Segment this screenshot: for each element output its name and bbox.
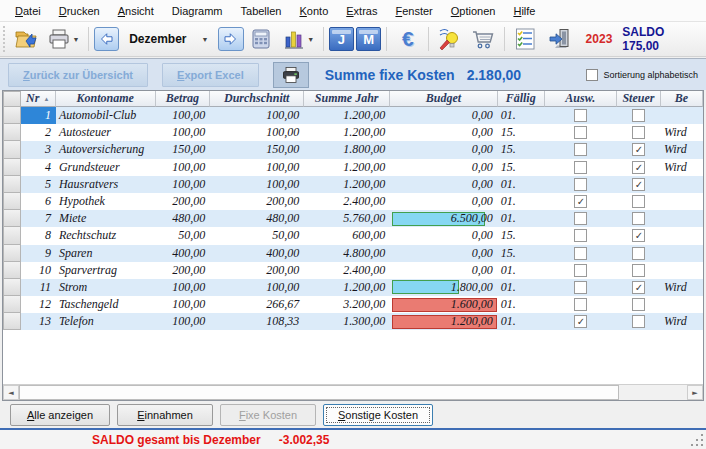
cell-faellig[interactable]: 15. <box>498 124 545 141</box>
row-selector[interactable] <box>3 296 21 313</box>
calculator-button[interactable] <box>246 24 277 54</box>
cell-nr[interactable]: 10 <box>21 262 56 279</box>
cell-kontoname[interactable]: Taschengeld <box>56 296 156 313</box>
euro-button[interactable]: € <box>392 24 423 54</box>
cell-ausw[interactable] <box>545 107 617 124</box>
cell-bemerkung[interactable] <box>661 107 703 124</box>
cell-bemerkung[interactable] <box>661 262 703 279</box>
month-view-button[interactable]: M <box>356 27 381 51</box>
steuer-checkbox[interactable] <box>632 315 645 328</box>
steuer-checkbox[interactable]: ✓ <box>632 161 645 174</box>
cell-nr[interactable]: 11 <box>21 279 56 296</box>
cell-summe_jahr[interactable]: 600,00 <box>304 227 390 244</box>
cell-betrag[interactable]: 100,00 <box>156 176 211 193</box>
ausw-checkbox[interactable] <box>574 264 587 277</box>
cell-ausw[interactable] <box>545 262 617 279</box>
cell-durchschnitt[interactable]: 100,00 <box>210 159 304 176</box>
cell-budget[interactable]: 1.800,00 <box>390 279 498 296</box>
row-selector[interactable] <box>3 279 21 296</box>
cell-kontoname[interactable]: Hausratvers <box>56 176 156 193</box>
cell-summe_jahr[interactable]: 4.800,00 <box>304 245 390 262</box>
cell-nr[interactable]: 2 <box>21 124 56 141</box>
cell-kontoname[interactable]: Autosteuer <box>56 124 156 141</box>
print-table-button[interactable] <box>273 62 309 88</box>
ausw-checkbox[interactable] <box>574 298 587 311</box>
cell-steuer[interactable] <box>617 124 661 141</box>
cell-steuer[interactable]: ✓ <box>617 159 661 176</box>
ausw-checkbox[interactable] <box>574 281 587 294</box>
cell-bemerkung[interactable]: Wird <box>661 279 703 296</box>
cell-kontoname[interactable]: Sparvertrag <box>56 262 156 279</box>
column-header-kontoname[interactable]: Kontoname <box>56 91 156 107</box>
cell-summe_jahr[interactable]: 1.200,00 <box>304 159 390 176</box>
menu-item-ansicht[interactable]: Ansicht <box>109 2 163 20</box>
cell-nr[interactable]: 12 <box>21 296 56 313</box>
cell-durchschnitt[interactable]: 100,00 <box>210 124 304 141</box>
cell-budget[interactable]: 1.600,00 <box>390 296 498 313</box>
cell-summe_jahr[interactable]: 1.800,00 <box>304 141 390 158</box>
cell-summe_jahr[interactable]: 1.200,00 <box>304 107 390 124</box>
exit-button[interactable] <box>543 24 578 54</box>
cell-bemerkung[interactable] <box>661 210 703 227</box>
cell-kontoname[interactable]: Rechtschutz <box>56 227 156 244</box>
cell-summe_jahr[interactable]: 2.400,00 <box>304 193 390 210</box>
cell-summe_jahr[interactable]: 1.200,00 <box>304 124 390 141</box>
cell-budget[interactable]: 0,00 <box>390 159 498 176</box>
cell-budget[interactable]: 0,00 <box>390 262 498 279</box>
ausw-checkbox[interactable] <box>574 143 587 156</box>
select-all-corner[interactable] <box>3 91 21 107</box>
row-selector[interactable] <box>3 262 21 279</box>
ausw-checkbox[interactable] <box>574 126 587 139</box>
cell-faellig[interactable]: 01. <box>498 176 545 193</box>
cell-kontoname[interactable]: Strom <box>56 279 156 296</box>
cell-durchschnitt[interactable]: 480,00 <box>210 210 304 227</box>
cell-budget[interactable]: 0,00 <box>390 227 498 244</box>
cell-bemerkung[interactable] <box>661 296 703 313</box>
cell-betrag[interactable]: 100,00 <box>156 279 211 296</box>
horizontal-scrollbar[interactable]: ◄ ► <box>3 384 703 400</box>
menu-item-drucken[interactable]: Drucken <box>50 2 109 20</box>
cell-steuer[interactable] <box>617 245 661 262</box>
menu-item-konto[interactable]: Konto <box>291 2 338 20</box>
cell-bemerkung[interactable]: Wird <box>661 313 703 330</box>
row-selector[interactable] <box>3 227 21 244</box>
toolbar-grip[interactable] <box>2 26 7 52</box>
steuer-checkbox[interactable]: ✓ <box>632 281 645 294</box>
cell-betrag[interactable]: 400,00 <box>156 245 211 262</box>
cell-budget[interactable]: 6.500,00 <box>390 210 498 227</box>
month-selector[interactable]: Dezember ▼ <box>121 32 216 46</box>
column-header-budget[interactable]: Budget <box>390 91 498 107</box>
cell-ausw[interactable]: ✓ <box>545 313 617 330</box>
cell-steuer[interactable] <box>617 296 661 313</box>
steuer-checkbox[interactable]: ✓ <box>632 143 645 156</box>
menu-item-diagramm[interactable]: Diagramm <box>163 2 232 20</box>
cell-kontoname[interactable]: Automobil-Club <box>56 107 156 124</box>
steuer-checkbox[interactable] <box>632 212 645 225</box>
cell-ausw[interactable] <box>545 176 617 193</box>
row-selector[interactable] <box>3 141 21 158</box>
column-header-bemerkung[interactable]: Be <box>661 91 703 107</box>
steuer-checkbox[interactable] <box>632 298 645 311</box>
row-selector[interactable] <box>3 176 21 193</box>
cell-ausw[interactable] <box>545 296 617 313</box>
scroll-left-arrow[interactable]: ◄ <box>3 385 19 400</box>
cell-bemerkung[interactable] <box>661 176 703 193</box>
ausw-checkbox[interactable] <box>574 109 587 122</box>
menu-item-fenster[interactable]: Fenster <box>386 2 441 20</box>
row-selector[interactable] <box>3 159 21 176</box>
cell-durchschnitt[interactable]: 100,00 <box>210 176 304 193</box>
cell-betrag[interactable]: 50,00 <box>156 227 211 244</box>
cell-nr[interactable]: 4 <box>21 159 56 176</box>
cell-betrag[interactable]: 100,00 <box>156 124 211 141</box>
row-selector[interactable] <box>3 245 21 262</box>
cell-budget[interactable]: 0,00 <box>390 124 498 141</box>
cell-steuer[interactable] <box>617 107 661 124</box>
column-header-faellig[interactable]: Fällig <box>498 91 545 107</box>
cell-faellig[interactable]: 15. <box>498 227 545 244</box>
cell-kontoname[interactable]: Telefon <box>56 313 156 330</box>
menu-item-extras[interactable]: Extras <box>337 2 386 20</box>
ausw-checkbox[interactable] <box>574 212 587 225</box>
cell-betrag[interactable]: 480,00 <box>156 210 211 227</box>
column-header-steuer[interactable]: Steuer <box>617 91 661 107</box>
column-header-betrag[interactable]: Betrag <box>156 91 211 107</box>
